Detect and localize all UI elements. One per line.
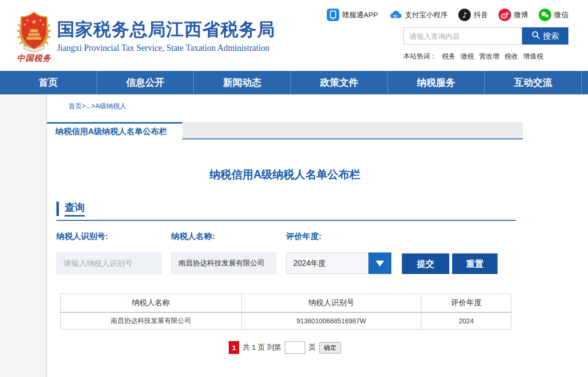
taxpayer-name-input[interactable] [171,252,277,274]
goto-page-input[interactable] [285,342,305,354]
taxpayer-id-input[interactable] [56,252,162,274]
social-link-weibo[interactable]: 微博 [499,9,528,21]
section-divider [56,220,516,221]
content-panel: 首页>...>A级纳税人 纳税信用A级纳税人名单公布栏 纳税信用A级纳税人名单公… [46,94,588,377]
social-label: 支付宝小程序 [405,11,448,20]
nav-item-policy-documents[interactable]: 政策文件 [291,71,388,94]
tab-bar-filler [182,122,523,139]
select-arrow-box[interactable] [368,252,391,274]
logo-caption: 中国税务 [13,53,55,64]
header-taxpayer-name: 纳税人名称 [61,294,242,312]
main-navigation: 首页 信息公开 新闻动态 政策文件 纳税服务 互动交流 [0,71,588,94]
wechat-icon [539,9,551,21]
alipay-icon [388,9,402,21]
nav-item-info-disclosure[interactable]: 信息公开 [97,71,194,94]
query-section-title: 查询 [65,201,85,217]
site-search: 搜索 [403,27,568,45]
search-icon [532,31,540,42]
goto-confirm-button[interactable]: 确定 [319,342,341,354]
social-link-ganfutong[interactable]: 赣服通APP [327,9,378,21]
site-logo: ★ ★ ★ ★ ★ 中国税务 [13,11,55,64]
social-link-alipay-miniprogram[interactable]: 支付宝小程序 [388,9,448,21]
svg-text:♪: ♪ [462,11,467,20]
site-titles: 国家税务总局江西省税务局 Jiangxi Provincial Tax Serv… [57,19,275,53]
nav-item-tax-services[interactable]: 纳税服务 [388,71,485,94]
page-number-current[interactable]: 1 [229,341,239,354]
table-header-row: 纳税人名称 纳税人识别号 评价年度 [61,294,511,312]
search-button-label: 搜索 [543,31,559,42]
hot-words-row: 本站热词： 税务 缴税 营改增 税收 增值税 [403,52,543,61]
hot-word-link[interactable]: 缴税 [461,52,474,60]
header-evaluation-year: 评价年度 [422,294,511,312]
section-accent-bar [56,202,59,216]
svg-text:★: ★ [31,18,37,25]
app-icon [327,9,339,21]
evaluation-year-selected-value: 2024年度 [293,253,326,274]
pagination-unit-label: 页 [309,343,316,352]
social-label: 微博 [514,11,528,20]
douyin-icon: ♪ [458,9,471,21]
svg-text:★: ★ [39,18,42,23]
header-taxpayer-id: 纳税人识别号 [242,294,422,312]
social-link-douyin[interactable]: ♪ 抖音 [458,9,488,21]
social-label: 赣服通APP [342,11,378,20]
page-title: 纳税信用A级纳税人名单公布栏 [47,167,523,182]
svg-text:★: ★ [26,18,29,23]
hot-word-link[interactable]: 增值税 [523,52,543,60]
hot-words-label: 本站热词： [403,52,437,60]
evaluation-year-select[interactable]: 2024年度 [286,252,391,274]
results-table: 纳税人名称 纳税人识别号 评价年度 南昌协达科技发展有限公司 913601006… [60,294,511,330]
site-subtitle-english: Jiangxi Provincial Tax Service, State Ta… [57,43,275,53]
nav-item-interaction[interactable]: 互动交流 [485,71,582,94]
reset-button[interactable]: 重置 [452,253,498,274]
svg-text:★: ★ [23,23,26,27]
nav-overflow-stub [582,71,588,94]
query-section-header: 查询 [56,201,85,217]
hot-word-link[interactable]: 税务 [442,52,455,60]
pagination: 1 共 1 页 到第 页 确定 [47,341,523,354]
hot-word-link[interactable]: 税收 [505,52,518,60]
cell-taxpayer-id: 91360100688516987W [242,312,422,330]
chevron-down-icon [376,261,384,266]
cell-taxpayer-name: 南昌协达科技发展有限公司 [61,312,242,330]
social-links-row: 赣服通APP 支付宝小程序 ♪ 抖音 [327,9,568,21]
taxpayer-name-label: 纳税人名称: [171,231,215,242]
submit-button[interactable]: 提交 [402,253,449,274]
svg-text:★: ★ [42,23,45,27]
evaluation-year-label: 评价年度: [286,231,322,242]
tab-a-level-taxpayer-list[interactable]: 纳税信用A级纳税人名单公布栏 [47,122,182,139]
pagination-total-text: 共 1 页 到第 [243,343,281,352]
social-label: 抖音 [474,11,488,20]
tab-bar: 纳税信用A级纳税人名单公布栏 [47,122,523,139]
table-row: 南昌协达科技发展有限公司 91360100688516987W 2024 [61,312,511,330]
search-button[interactable]: 搜索 [522,27,568,45]
cell-evaluation-year: 2024 [422,312,511,330]
nav-item-news[interactable]: 新闻动态 [194,71,291,94]
taxpayer-id-label: 纳税人识别号: [56,231,108,242]
breadcrumb[interactable]: 首页>...>A级纳税人 [68,102,126,111]
weibo-icon [499,9,511,21]
hot-word-link[interactable]: 营改增 [479,52,499,60]
nav-item-home[interactable]: 首页 [0,71,97,94]
social-link-wechat[interactable]: 微信 [539,9,568,21]
site-header: ★ ★ ★ ★ ★ 中国税务 国家税务总局江西省税务局 Jiangxi Prov… [0,0,588,71]
search-input[interactable] [403,27,522,45]
social-label: 微信 [554,11,568,20]
site-title: 国家税务总局江西省税务局 [57,19,275,40]
page-body: 首页>...>A级纳税人 纳税信用A级纳税人名单公布栏 纳税信用A级纳税人名单公… [0,94,588,377]
